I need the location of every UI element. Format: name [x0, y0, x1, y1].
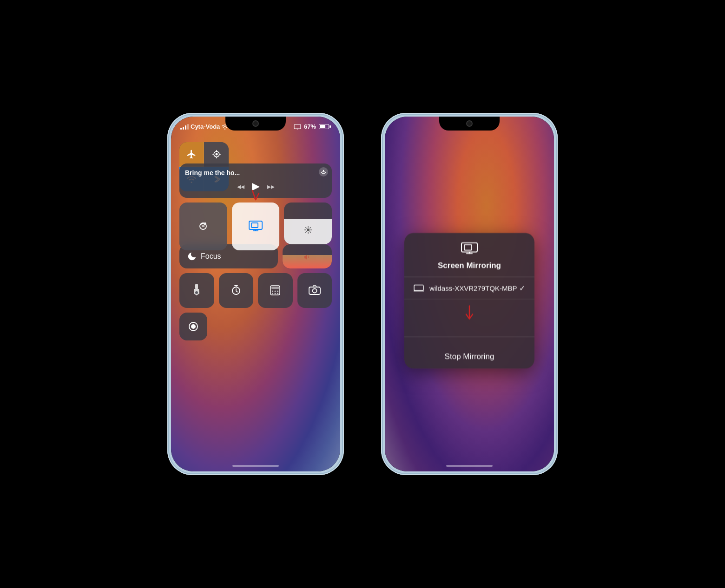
flashlight-icon — [193, 284, 200, 296]
screen-mirror-button[interactable] — [232, 203, 280, 250]
brightness-icon — [304, 226, 312, 234]
svg-point-2 — [215, 153, 218, 156]
svg-rect-5 — [202, 225, 204, 227]
next-track-icon[interactable]: ▸▸ — [267, 182, 275, 191]
orientation-lock-button[interactable] — [179, 203, 227, 250]
volume-icon — [303, 254, 311, 260]
calculator-icon — [270, 285, 280, 295]
calculator-button[interactable] — [258, 273, 293, 308]
svg-point-18 — [275, 293, 276, 294]
moon-icon — [187, 251, 197, 261]
svg-rect-20 — [309, 287, 320, 294]
notch-right — [439, 117, 500, 131]
svg-point-14 — [272, 291, 273, 292]
music-title: Bring me the ho... — [185, 169, 326, 176]
cellular-icon — [212, 150, 221, 159]
screen-record-button[interactable] — [179, 313, 207, 340]
quick-actions-row — [179, 273, 332, 308]
popup-screen-mirror-icon — [461, 242, 478, 257]
stop-mirroring-section — [404, 300, 534, 337]
control-center: Bring me the ho... ◂◂ ▶ ▸▸ — [179, 142, 332, 340]
svg-rect-24 — [461, 243, 477, 252]
device-name: wildass-XXVR279TQK-MBP — [429, 284, 517, 292]
battery-percent: 67% — [304, 123, 316, 130]
home-indicator-right — [446, 465, 493, 467]
device-info: wildass-XXVR279TQK-MBP — [414, 284, 517, 292]
focus-label: Focus — [201, 252, 221, 261]
svg-point-21 — [312, 289, 316, 293]
svg-rect-26 — [414, 285, 423, 290]
arrow-indicator-right — [463, 304, 476, 325]
svg-rect-9 — [195, 284, 198, 289]
phone-left: Cyta-Voda 67% — [167, 113, 344, 475]
volume-slider[interactable] — [283, 244, 332, 268]
device-item[interactable]: wildass-XXVR279TQK-MBP ✓ — [404, 277, 534, 300]
svg-point-10 — [195, 291, 198, 294]
mirror-icon-large — [461, 242, 478, 255]
stop-mirroring-label: Stop Mirroring — [445, 345, 494, 361]
carrier-name: Cyta-Voda — [191, 123, 220, 130]
screen-mirroring-popup[interactable]: Screen Mirroring wildass-XXVR279TQK-MBP … — [404, 233, 534, 369]
brightness-slider[interactable] — [284, 203, 332, 244]
timer-button[interactable] — [219, 273, 254, 308]
battery-icon — [319, 124, 331, 129]
flashlight-button[interactable] — [179, 273, 214, 308]
camera-button[interactable] — [297, 273, 332, 308]
svg-rect-13 — [271, 287, 279, 289]
svg-point-16 — [277, 291, 278, 292]
svg-point-17 — [272, 293, 273, 294]
svg-rect-25 — [464, 245, 472, 250]
stop-mirroring-button[interactable]: Stop Mirroring — [404, 337, 534, 369]
record-icon — [188, 321, 198, 332]
svg-rect-7 — [251, 223, 258, 228]
record-row — [179, 313, 332, 340]
signal-bars — [180, 124, 189, 130]
svg-point-23 — [191, 324, 196, 329]
popup-title: Screen Mirroring — [438, 261, 501, 270]
home-indicator-left — [232, 465, 279, 467]
music-controls: ◂◂ ▶ ▸▸ — [185, 176, 326, 192]
phone-right: Screen Mirroring wildass-XXVR279TQK-MBP … — [381, 113, 558, 475]
svg-point-15 — [275, 291, 276, 292]
svg-point-8 — [307, 229, 310, 231]
camera-icon — [309, 285, 321, 295]
prev-track-icon[interactable]: ◂◂ — [237, 182, 244, 191]
screen-mirroring-status-icon — [294, 124, 301, 130]
device-checkmark: ✓ — [519, 284, 525, 293]
popup-header: Screen Mirroring — [404, 233, 534, 277]
orientation-lock-icon — [198, 221, 209, 232]
laptop-icon — [414, 284, 424, 292]
play-button[interactable]: ▶ — [252, 180, 260, 192]
airplane-icon — [186, 149, 197, 159]
airplay-badge — [319, 167, 328, 176]
notch-left — [225, 117, 286, 131]
svg-point-19 — [277, 293, 278, 294]
svg-point-3 — [323, 170, 324, 171]
timer-icon — [231, 285, 242, 296]
front-camera-right — [466, 120, 473, 127]
front-camera-left — [252, 120, 259, 127]
screen-mirror-icon — [249, 221, 263, 232]
svg-rect-0 — [294, 124, 301, 129]
music-tile[interactable]: Bring me the ho... ◂◂ ▶ ▸▸ — [179, 163, 332, 198]
